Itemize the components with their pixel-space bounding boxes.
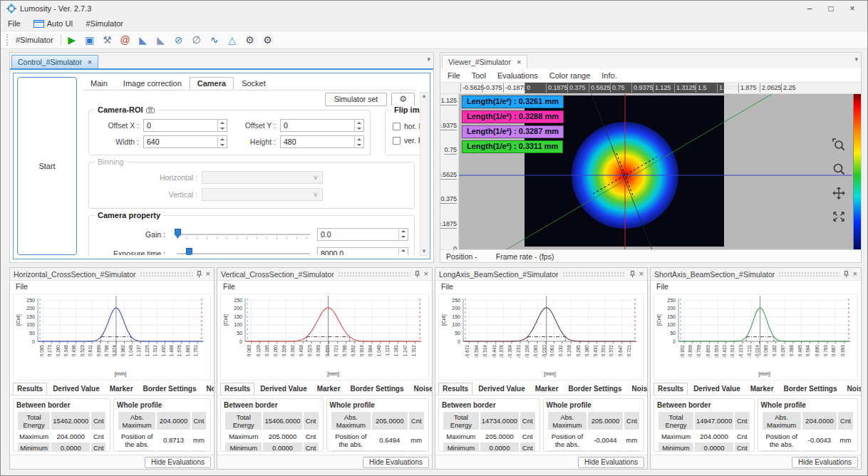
gain-spinner[interactable]: [398, 229, 408, 240]
cross-section-v-icon[interactable]: ◣: [155, 33, 167, 46]
restore-button[interactable]: □: [820, 4, 842, 14]
hor-flip-box-icon[interactable]: [393, 123, 401, 130]
results-tab-results[interactable]: Results: [13, 383, 47, 395]
viewer-menu-color-range[interactable]: Color range: [549, 71, 590, 80]
tab-viewer-simulator[interactable]: Viewer_#Simulator ×: [442, 55, 527, 68]
camera-settings-gear-icon[interactable]: ⚙: [391, 93, 415, 106]
results-tab-noise-reduction[interactable]: Noise Reduction: [202, 383, 215, 395]
exposure-slider[interactable]: [177, 247, 310, 256]
exposure-slider-thumb[interactable]: [186, 248, 192, 256]
trend-chart-icon[interactable]: ∿: [208, 33, 221, 46]
results-tab-derived-value[interactable]: Derived Value: [256, 383, 311, 395]
results-tab-marker[interactable]: Marker: [531, 383, 563, 395]
ver-flip-box-icon[interactable]: [393, 137, 401, 145]
results-tab-results[interactable]: Results: [653, 383, 688, 395]
hide-evaluations-button[interactable]: Hide Evaluations: [145, 457, 211, 468]
dock-titlebar[interactable]: Horizontal_CrossSection_#Simulator ×: [10, 268, 214, 281]
tab-camera[interactable]: Camera: [190, 77, 234, 90]
gear-icon[interactable]: ⚙: [244, 33, 257, 46]
beam-section-long-icon[interactable]: ⊘: [172, 33, 185, 46]
tab-main[interactable]: Main: [83, 77, 115, 90]
results-tab-results[interactable]: Results: [438, 383, 472, 395]
results-tab-derived-value[interactable]: Derived Value: [48, 383, 104, 395]
pin-icon[interactable]: [414, 271, 420, 278]
width-field[interactable]: 640: [143, 135, 227, 148]
results-tab-border-settings[interactable]: Border Settings: [346, 383, 408, 395]
pin-icon[interactable]: [843, 271, 849, 278]
simulator-set-button[interactable]: Simulator set: [325, 93, 387, 106]
color-scale-bar[interactable]: [853, 94, 861, 249]
minimize-button[interactable]: –: [799, 4, 820, 14]
pin-icon[interactable]: [196, 271, 202, 278]
offset-x-field[interactable]: 0: [143, 119, 227, 132]
results-tab-noise-reduction[interactable]: Noise Reduction: [410, 383, 433, 395]
hide-evaluations-button[interactable]: Hide Evaluations: [363, 457, 429, 468]
tab-control-simulator[interactable]: Control_#Simulator ×: [11, 55, 98, 68]
close-icon[interactable]: ×: [424, 270, 428, 278]
dock-file-menu[interactable]: File: [656, 282, 668, 291]
dock-titlebar[interactable]: ShortAxis_BeamSection_#Simulator ×: [651, 268, 861, 281]
dock-titlebar[interactable]: Vertical_CrossSection_#Simulator ×: [217, 268, 432, 281]
control-scrollbar[interactable]: ▲▼: [420, 92, 428, 256]
dock-file-menu[interactable]: File: [441, 282, 453, 291]
control-tab-close-icon[interactable]: ×: [88, 58, 92, 66]
results-tab-border-settings[interactable]: Border Settings: [139, 383, 201, 395]
results-tab-border-settings[interactable]: Border Settings: [564, 383, 626, 395]
gain-field[interactable]: 0.0: [317, 228, 408, 241]
dock-file-menu[interactable]: File: [16, 282, 28, 291]
tab-socket[interactable]: Socket: [234, 77, 274, 90]
close-icon[interactable]: ×: [853, 270, 857, 278]
viewer-tab-close-icon[interactable]: ×: [517, 58, 521, 66]
menu-file[interactable]: File: [8, 19, 21, 28]
dock-titlebar[interactable]: LongAxis_BeamSection_#Simulator ×: [435, 268, 647, 281]
width-spinner[interactable]: [217, 136, 227, 148]
gear2-icon[interactable]: ⚙: [262, 33, 274, 46]
results-tab-derived-value[interactable]: Derived Value: [474, 383, 529, 395]
beam-view[interactable]: Length(1/e²) : 0.3261 mmLength(1/e²) : 0…: [459, 94, 861, 249]
scroll-up-icon[interactable]: ▲: [421, 93, 427, 100]
results-tab-border-settings[interactable]: Border Settings: [780, 383, 842, 395]
exposure-spinner[interactable]: [398, 248, 408, 256]
results-tab-marker[interactable]: Marker: [105, 383, 138, 395]
wrench-icon[interactable]: ⚒: [101, 33, 114, 46]
toolbar-simulator-label[interactable]: #Simulator: [16, 36, 53, 44]
dock-file-menu[interactable]: File: [223, 282, 235, 291]
results-tab-noise-reduction[interactable]: Noise Reduction: [843, 383, 862, 395]
viewer-menu-file[interactable]: File: [448, 71, 460, 80]
prism-icon[interactable]: △: [226, 33, 239, 46]
results-tab-derived-value[interactable]: Derived Value: [689, 383, 745, 395]
results-tab-results[interactable]: Results: [220, 383, 254, 395]
offset-y-field[interactable]: 0: [280, 119, 364, 132]
zoom-icon[interactable]: [832, 162, 845, 175]
tab-image-correction[interactable]: Image correction: [115, 77, 190, 90]
binning-horizontal-select[interactable]: ˅: [202, 171, 323, 184]
results-tab-marker[interactable]: Marker: [746, 383, 778, 395]
offset-x-spinner[interactable]: [217, 120, 227, 131]
viewer-menu-info[interactable]: Info.: [601, 71, 616, 80]
binning-vertical-select[interactable]: ˅: [202, 188, 323, 201]
close-icon[interactable]: ×: [639, 270, 644, 278]
viewer-menu-evaluations[interactable]: Evaluations: [497, 71, 538, 80]
results-tab-marker[interactable]: Marker: [313, 383, 345, 395]
target-icon[interactable]: @: [119, 33, 132, 46]
viewer-menu-tool[interactable]: Tool: [472, 71, 486, 80]
height-field[interactable]: 480: [280, 135, 364, 148]
run-icon[interactable]: ▶: [66, 33, 78, 46]
pin-icon[interactable]: [629, 271, 636, 278]
control-strip-dropdown-icon[interactable]: ▾: [427, 56, 430, 63]
start-button[interactable]: Start: [17, 77, 77, 255]
cross-section-h-icon[interactable]: ◣: [137, 33, 150, 46]
viewer-window-icon[interactable]: ▣: [83, 33, 96, 46]
results-tab-noise-reduction[interactable]: Noise Reduction: [628, 383, 648, 395]
zoom-region-icon[interactable]: [832, 138, 845, 151]
hide-evaluations-button[interactable]: Hide Evaluations: [792, 457, 858, 468]
fit-screen-icon[interactable]: [832, 211, 845, 222]
menu-simulator[interactable]: #Simulator: [86, 19, 123, 28]
close-button[interactable]: ×: [842, 4, 863, 14]
beam-section-short-icon[interactable]: ∅: [190, 33, 203, 46]
menu-auto-ui[interactable]: Auto UI: [33, 19, 73, 28]
hide-evaluations-button[interactable]: Hide Evaluations: [578, 457, 644, 468]
scroll-down-icon[interactable]: ▼: [421, 248, 427, 255]
close-icon[interactable]: ×: [206, 270, 210, 278]
exposure-field[interactable]: 8000.0: [317, 247, 408, 256]
